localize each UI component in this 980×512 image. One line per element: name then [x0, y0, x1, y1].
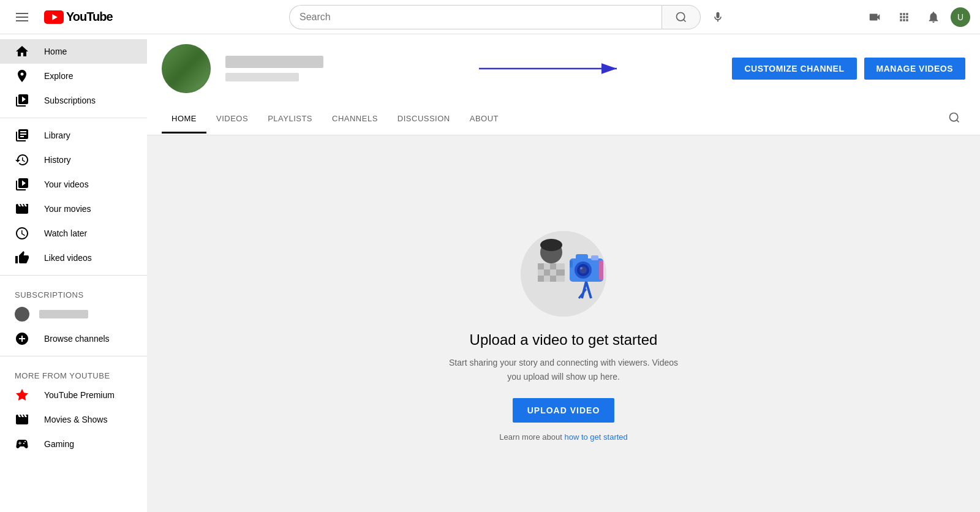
svg-rect-26	[556, 276, 565, 282]
svg-rect-22	[556, 269, 565, 276]
svg-point-13	[540, 239, 562, 251]
sidebar-subscriptions-label: Subscriptions	[44, 96, 96, 105]
channel-tabs: HOME VIDEOS PLAYLISTS CHANNELS DISCUSSIO…	[147, 103, 980, 135]
sidebar-item-youtube-premium[interactable]: YouTube Premium	[0, 383, 147, 407]
sidebar-item-explore[interactable]: Explore	[0, 64, 147, 88]
svg-rect-17	[550, 263, 556, 269]
tab-search-icon[interactable]	[943, 103, 965, 135]
subscription-channel-item[interactable]	[0, 302, 147, 326]
your-videos-icon	[15, 177, 29, 192]
svg-point-31	[580, 267, 582, 269]
svg-line-6	[684, 19, 686, 21]
sidebar-movies-shows-label: Movies & Shows	[44, 415, 107, 424]
sidebar-item-movies-shows[interactable]: Movies & Shows	[0, 407, 147, 432]
more-from-youtube-title: MORE FROM YOUTUBE	[0, 361, 147, 383]
arrow-spacer	[454, 59, 718, 78]
your-movies-icon	[15, 201, 29, 216]
create-icon	[868, 10, 881, 24]
upload-title: Upload a video to get started	[470, 331, 658, 348]
explore-icon	[15, 69, 29, 83]
tab-playlists[interactable]: PLAYLISTS	[258, 105, 322, 134]
logo[interactable]: YouTube	[44, 10, 113, 24]
sidebar-gaming-label: Gaming	[44, 439, 74, 449]
history-icon	[15, 152, 29, 167]
sidebar-item-your-videos[interactable]: Your videos	[0, 172, 147, 197]
header-right: U	[862, 5, 970, 29]
sidebar-item-watch-later[interactable]: Watch later	[0, 221, 147, 246]
how-to-get-started-link[interactable]: how to get started	[564, 432, 627, 442]
svg-rect-37	[599, 260, 603, 280]
sidebar-item-home[interactable]: Home	[0, 39, 147, 64]
subscriptions-icon	[15, 93, 29, 108]
create-button[interactable]	[862, 5, 887, 29]
svg-rect-0	[16, 13, 28, 14]
sidebar-item-your-movies[interactable]: Your movies	[0, 197, 147, 221]
sidebar-item-library[interactable]: Library	[0, 123, 147, 148]
tab-videos[interactable]: VIDEOS	[206, 105, 258, 134]
search-button[interactable]	[662, 5, 701, 29]
svg-rect-20	[544, 269, 550, 276]
customize-channel-button[interactable]: CUSTOMIZE CHANNEL	[732, 58, 856, 80]
svg-rect-19	[538, 269, 544, 276]
layout: Home Explore Subscriptions Libr	[0, 0, 980, 512]
menu-icon	[16, 13, 28, 21]
learn-more: Learn more about how to get started	[499, 432, 628, 442]
subscription-name-blur	[39, 310, 88, 318]
sidebar-section-main: Home Explore Subscriptions	[0, 34, 147, 118]
mic-button[interactable]	[706, 5, 730, 29]
svg-point-9	[950, 113, 958, 121]
sidebar-history-label: History	[44, 155, 71, 165]
add-circle-icon	[15, 331, 29, 346]
svg-rect-18	[556, 263, 565, 269]
logo-text: YouTube	[66, 10, 113, 24]
header-left: YouTube	[10, 5, 157, 29]
notifications-button[interactable]	[921, 5, 946, 29]
svg-rect-1	[16, 17, 28, 18]
sidebar-home-label: Home	[44, 47, 67, 56]
search-input[interactable]	[289, 5, 662, 29]
sidebar-item-history[interactable]: History	[0, 148, 147, 172]
svg-point-5	[677, 12, 685, 20]
camera-illustration	[508, 219, 619, 317]
sidebar-section-library: Library History Your videos Your movies	[0, 118, 147, 276]
svg-rect-24	[544, 276, 550, 282]
channel-avatar	[162, 44, 211, 93]
bell-icon	[927, 10, 940, 24]
apps-icon	[898, 11, 910, 23]
tab-discussion[interactable]: DISCUSSION	[388, 105, 460, 134]
sidebar-browse-channels-label: Browse channels	[44, 334, 110, 344]
youtube-logo-icon	[44, 10, 64, 24]
youtube-premium-icon	[15, 388, 29, 402]
menu-button[interactable]	[10, 5, 34, 29]
svg-rect-25	[550, 276, 556, 282]
tab-channels[interactable]: CHANNELS	[322, 105, 388, 134]
channel-avatar-blur	[162, 44, 211, 93]
svg-rect-33	[591, 255, 598, 260]
svg-rect-16	[544, 263, 550, 269]
svg-rect-21	[550, 269, 556, 276]
sidebar-explore-label: Explore	[44, 71, 73, 81]
upload-video-button[interactable]: UPLOAD VIDEO	[513, 398, 615, 423]
tab-home[interactable]: HOME	[162, 105, 206, 134]
sidebar-section-subscriptions: SUBSCRIPTIONS Browse channels	[0, 276, 147, 356]
sidebar-item-subscriptions[interactable]: Subscriptions	[0, 88, 147, 113]
arrow-icon	[479, 59, 626, 78]
svg-rect-23	[538, 276, 544, 282]
svg-rect-15	[538, 263, 544, 269]
sidebar-item-gaming[interactable]: Gaming	[0, 432, 147, 456]
apps-button[interactable]	[892, 5, 916, 29]
sidebar-section-more: MORE FROM YOUTUBE YouTube Premium Movies…	[0, 356, 147, 461]
tab-about[interactable]: ABOUT	[460, 105, 508, 134]
sidebar-item-browse-channels[interactable]: Browse channels	[0, 326, 147, 351]
search-bar	[289, 5, 701, 29]
channel-sub-blur	[225, 73, 299, 81]
movies-icon	[15, 412, 29, 427]
subscriptions-title: SUBSCRIPTIONS	[0, 280, 147, 302]
manage-videos-button[interactable]: MANAGE VIDEOS	[864, 58, 966, 80]
sidebar-item-liked-videos[interactable]: Liked videos	[0, 246, 147, 270]
avatar[interactable]: U	[951, 7, 970, 27]
upload-subtitle: Start sharing your story and connecting …	[441, 356, 686, 383]
sidebar: Home Explore Subscriptions Libr	[0, 34, 147, 512]
library-icon	[15, 128, 29, 143]
channel-info	[225, 56, 440, 81]
